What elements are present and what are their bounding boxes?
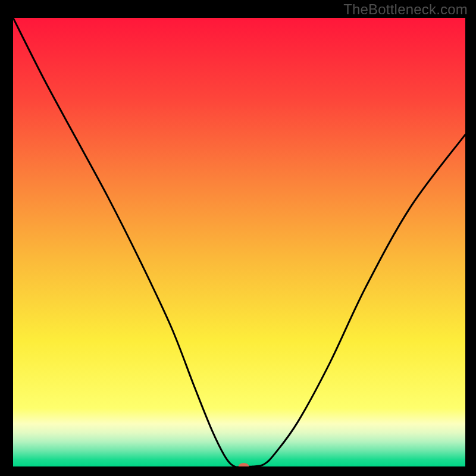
minimum-marker: [239, 463, 249, 470]
gradient-background: [13, 18, 465, 466]
watermark-text: TheBottleneck.com: [343, 1, 468, 18]
chart-svg: [0, 0, 476, 476]
chart-frame: TheBottleneck.com: [0, 0, 476, 476]
